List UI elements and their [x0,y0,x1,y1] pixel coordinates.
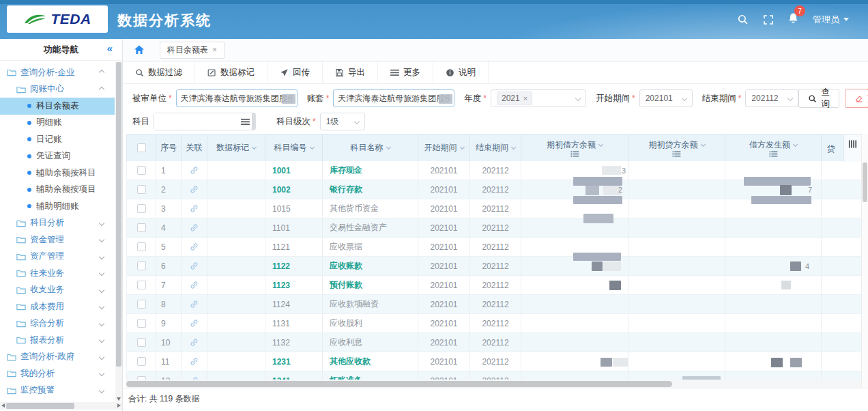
subject-code-cell[interactable]: 1002 [265,180,323,199]
sidebar-item-9[interactable]: 科目分析 [0,215,115,232]
tag-close-icon[interactable]: × [523,94,527,102]
sidebar-item-19[interactable]: 监控预警 [0,382,115,399]
account-set-field[interactable] [333,89,454,107]
sidebar-item-14[interactable]: 成本费用 [0,298,115,315]
link-icon[interactable] [190,357,199,366]
home-icon[interactable] [134,44,145,55]
sidebar-item-11[interactable]: 资产管理 [0,249,115,266]
subject-code-cell[interactable]: 1001 [265,161,323,180]
table-vertical-scrollbar[interactable] [861,134,868,388]
subject-code-cell[interactable]: 1123 [265,276,323,294]
start-period-select[interactable]: 202101 [639,89,693,107]
year-select[interactable]: 2021 × [491,89,586,107]
row-checkbox[interactable] [137,357,146,366]
tab-close-icon[interactable]: × [212,45,217,55]
subject-field[interactable] [154,113,256,130]
column-header-7[interactable]: 期初借方余额 [521,134,628,161]
sidebar-item-0[interactable]: 查询分析-企业 [0,64,115,81]
chevron-down-icon[interactable] [99,270,104,276]
row-checkbox[interactable] [137,242,146,251]
chevron-down-icon[interactable] [99,237,104,242]
link-icon[interactable] [190,300,199,309]
sort-chevron-icon[interactable] [252,145,257,150]
chevron-down-icon[interactable] [99,321,104,326]
sidebar-item-13[interactable]: 收支业务 [0,282,115,299]
column-header-6[interactable]: 结束期间 [470,134,521,161]
sidebar-item-10[interactable]: 资金管理 [0,231,115,249]
toolbar-button-0[interactable]: 数据过滤 [123,61,195,83]
link-icon[interactable] [190,261,199,270]
sort-chevron-icon[interactable] [309,145,314,150]
column-header-9[interactable]: 借方发生额 [725,134,822,161]
chevron-up-icon[interactable] [99,87,104,92]
sidebar-item-4[interactable]: 日记账 [0,131,115,148]
sidebar-item-8[interactable]: 辅助明细账 [0,198,115,215]
sort-chevron-icon[interactable] [793,141,798,146]
subject-name-cell[interactable]: 其他货币资金 [323,199,418,218]
sidebar-horizontal-scrollbar[interactable] [0,402,122,410]
sort-chevron-icon[interactable] [459,145,464,150]
subject-name-cell[interactable]: 应收股利 [323,314,418,332]
column-settings-panel[interactable] [843,134,861,162]
row-checkbox[interactable] [137,223,146,232]
list-icon[interactable] [241,117,250,126]
subject-code-cell[interactable]: 1124 [265,295,323,313]
chevron-down-icon[interactable] [99,254,104,259]
subject-name-cell[interactable]: 其他应收款 [323,352,418,371]
query-button[interactable]: 查询 [798,89,839,108]
search-icon[interactable] [737,14,749,25]
subject-code-cell[interactable]: 1122 [265,257,323,275]
sort-chevron-icon[interactable] [511,145,516,150]
toolbar-button-5[interactable]: 说明 [433,61,489,83]
fullscreen-icon[interactable] [762,14,774,25]
column-header-0[interactable]: 序号 [156,134,182,161]
column-header-5[interactable]: 开始期间 [418,134,470,161]
chevron-down-icon[interactable] [99,304,104,309]
subject-name-cell[interactable]: 预付账款 [323,276,418,294]
row-checkbox[interactable] [137,300,146,309]
link-icon[interactable] [190,242,199,251]
sidebar-item-1[interactable]: 阅账中心 [0,81,115,98]
sidebar-item-18[interactable]: 我的分析 [0,365,115,382]
chevron-down-icon[interactable] [99,221,104,226]
tab-subject-balance[interactable]: 科目余额表 × [160,42,225,59]
column-header-8[interactable]: 期初贷方余额 [628,134,725,161]
sort-chevron-icon[interactable] [598,141,603,146]
sidebar-item-15[interactable]: 综合分析 [0,315,115,332]
scroll-down-icon[interactable] [117,397,121,401]
sidebar-item-3[interactable]: 明细账 [0,115,115,132]
user-menu[interactable]: 管理员 [813,14,849,26]
toolbar-button-4[interactable]: 更多 [378,61,433,83]
chevron-down-icon[interactable] [99,354,104,360]
row-checkbox[interactable] [137,204,146,213]
row-checkbox[interactable] [137,261,146,270]
toolbar-button-2[interactable]: 回传 [267,61,323,83]
sidebar-item-16[interactable]: 报表分析 [0,332,115,349]
sidebar-item-2[interactable]: 科目余额表 [0,98,115,115]
subject-name-cell[interactable]: 应收账款 [323,257,418,275]
column-header-1[interactable]: 关联 [182,134,207,161]
row-checkbox[interactable] [137,281,146,289]
column-header-4[interactable]: 科目名称 [323,134,418,161]
subject-name-cell[interactable]: 应收利息 [323,333,418,352]
link-icon[interactable] [190,338,199,347]
link-icon[interactable] [190,319,199,328]
end-period-select[interactable]: 202112 [745,89,798,107]
sort-chevron-icon[interactable] [386,145,390,150]
sidebar-item-5[interactable]: 凭证查询 [0,148,115,165]
subject-name-cell[interactable]: 银行存款 [323,180,418,199]
chevron-down-icon[interactable] [99,337,104,343]
subject-name-cell[interactable]: 应收票据 [323,238,418,256]
select-all-checkbox[interactable] [137,143,146,152]
toolbar-button-3[interactable]: 导出 [323,61,378,83]
row-checkbox[interactable] [137,185,146,194]
scroll-right-icon[interactable] [117,403,121,408]
subject-code-cell[interactable]: 1132 [265,333,323,352]
row-checkbox[interactable] [137,319,146,328]
subject-code-cell[interactable]: 1231 [265,352,323,371]
row-checkbox[interactable] [137,338,146,347]
column-header-3[interactable]: 科目编号 [265,134,323,161]
sort-chevron-icon[interactable] [700,141,705,146]
account-set-input[interactable] [334,90,454,107]
column-header-10[interactable]: 贷 [822,134,861,161]
